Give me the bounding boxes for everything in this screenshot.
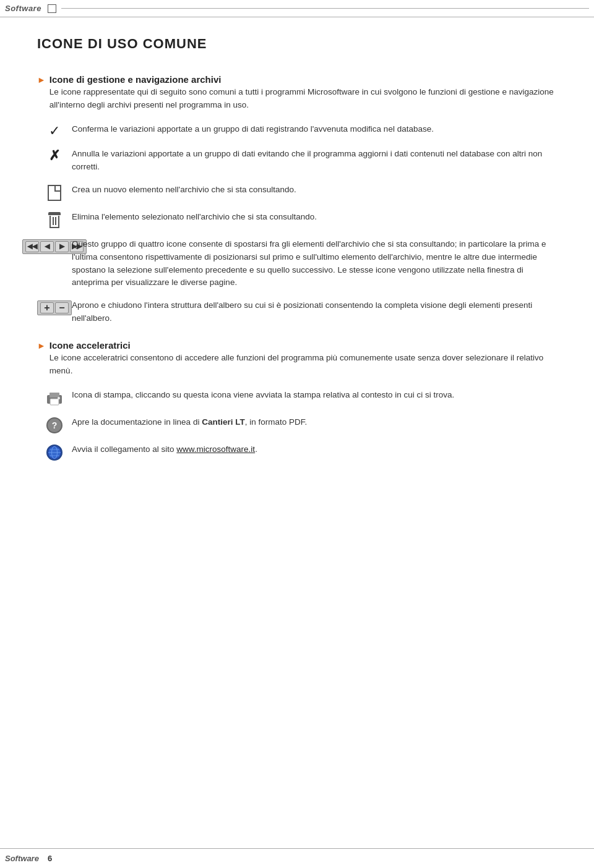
minus-icon[interactable]: − [55, 302, 69, 313]
globe-link[interactable]: www.microsoftware.it [176, 445, 255, 454]
icon-row-x: ✗ Annulla le variazioni apportate a un g… [37, 148, 557, 174]
globe-icon-text: Avvia il collegamento al sito www.micros… [72, 443, 557, 456]
footer-bar: Software 6 [0, 848, 594, 868]
print-icon-text: Icona di stampa, cliccando su questa ico… [72, 389, 557, 402]
svg-point-3 [58, 397, 60, 399]
nav-first-icon[interactable]: ◀◀ [25, 241, 39, 252]
page-number: 6 [48, 854, 52, 863]
footer-logo: Software [5, 854, 39, 863]
globe-text-before: Avvia il collegamento al sito [72, 445, 176, 454]
trash-icon-text: Elimina l'elemento selezionato nell'arch… [72, 211, 557, 224]
globe-text-after: . [255, 445, 257, 454]
section-arrow-icon: ► [37, 75, 46, 85]
icon-row-globe: Avvia il collegamento al sito www.micros… [37, 443, 557, 461]
header-bar: Software [0, 0, 594, 17]
newdoc-icon-text: Crea un nuovo elemento nell'archivio che… [72, 184, 557, 197]
icon-row-nav: ◀◀ ◀ ▶ ▶▶ Questo gruppo di quattro icone… [37, 238, 557, 290]
section-archivi-title: Icone di gestione e navigazione archivi [50, 74, 557, 85]
newdoc-icon [37, 184, 72, 201]
svg-rect-1 [50, 393, 59, 398]
plusminus-icons: + − [37, 299, 72, 315]
main-content: ICONE DI USO COMUNE ► Icone di gestione … [0, 17, 594, 848]
icon-row-print: Icona di stampa, cliccando su questa ico… [37, 389, 557, 406]
trash-icon [37, 211, 72, 228]
help-text-bold: Cantieri LT [202, 417, 245, 427]
icon-row-newdoc: Crea un nuovo elemento nell'archivio che… [37, 184, 557, 201]
check-icon: ✓ [37, 123, 72, 138]
globe-icon [37, 443, 72, 461]
help-text-after: , in formato PDF. [245, 417, 308, 427]
section-acceleratrici-title: Icone acceleratrici [50, 340, 557, 351]
icon-row-plusminus: + − Aprono e chiudono l'intera struttura… [37, 299, 557, 325]
header-divider [61, 8, 589, 9]
header-logo: Software [5, 4, 41, 13]
x-icon-text: Annulla le variazioni apportate a un gru… [72, 148, 557, 174]
help-icon-text: Apre la documentazione in linea di Canti… [72, 416, 557, 429]
icon-row-check: ✓ Conferma le variazioni apportate a un … [37, 123, 557, 138]
icon-row-trash: Elimina l'elemento selezionato nell'arch… [37, 211, 557, 228]
print-icon [37, 389, 72, 406]
svg-rect-2 [50, 399, 59, 405]
x-icon: ✗ [37, 148, 72, 163]
nav-prev-icon[interactable]: ◀ [40, 241, 54, 252]
section-archivi-heading: ► Icone di gestione e navigazione archiv… [37, 74, 557, 112]
plusminus-icons-text: Aprono e chiudono l'intera struttura del… [72, 299, 557, 325]
page-title: ICONE DI USO COMUNE [37, 36, 557, 52]
header-square-icon [48, 4, 56, 13]
help-text-before: Apre la documentazione in linea di [72, 417, 202, 427]
check-icon-text: Conferma le variazioni apportate a un gr… [72, 123, 557, 136]
plus-icon[interactable]: + [40, 302, 54, 313]
section-acceleratrici-heading: ► Icone acceleratrici Le icone accelerat… [37, 340, 557, 378]
section-acceleratrici-desc: Le icone acceleratrici consentono di acc… [50, 352, 557, 378]
section-archivi-desc: Le icone rappresentate qui di seguito so… [50, 86, 557, 112]
section-arrow-accel-icon: ► [37, 341, 46, 351]
nav-next-icon[interactable]: ▶ [55, 241, 69, 252]
help-icon: ? [37, 416, 72, 433]
nav-icons: ◀◀ ◀ ▶ ▶▶ [37, 238, 72, 254]
nav-icons-text: Questo gruppo di quattro icone consente … [72, 238, 557, 290]
icon-row-help: ? Apre la documentazione in linea di Can… [37, 416, 557, 433]
